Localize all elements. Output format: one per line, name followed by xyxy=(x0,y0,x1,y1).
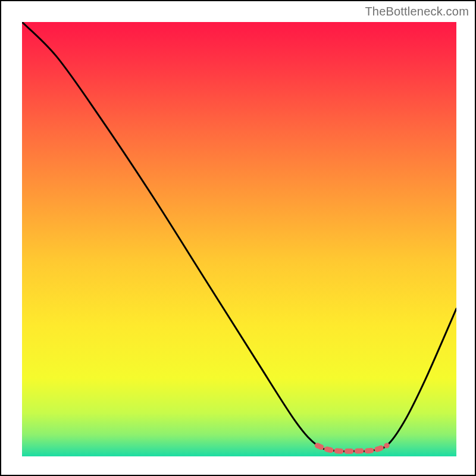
chart-svg xyxy=(22,22,456,456)
chart-frame: TheBottleneck.com xyxy=(0,0,476,476)
optimal-range-marker xyxy=(317,446,387,452)
watermark-text: TheBottleneck.com xyxy=(365,5,469,18)
bottleneck-curve xyxy=(22,22,456,451)
plot-area xyxy=(22,22,456,456)
gradient-background xyxy=(22,22,456,456)
